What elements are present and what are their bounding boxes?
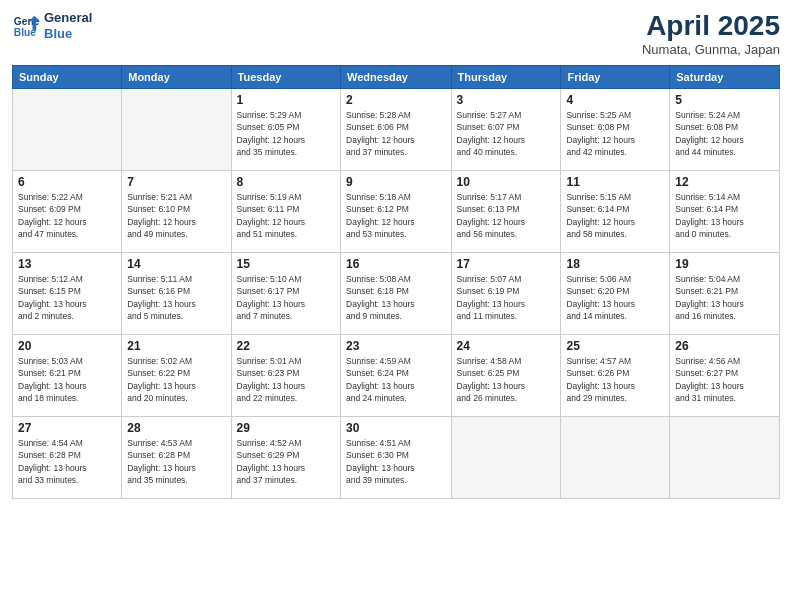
day-number: 5 bbox=[675, 93, 774, 107]
logo: General Blue General Blue bbox=[12, 10, 92, 41]
day-number: 22 bbox=[237, 339, 335, 353]
calendar-cell: 4Sunrise: 5:25 AM Sunset: 6:08 PM Daylig… bbox=[561, 89, 670, 171]
calendar-body: 1Sunrise: 5:29 AM Sunset: 6:05 PM Daylig… bbox=[13, 89, 780, 499]
calendar-cell: 7Sunrise: 5:21 AM Sunset: 6:10 PM Daylig… bbox=[122, 171, 231, 253]
weekday-header: Thursday bbox=[451, 66, 561, 89]
day-info: Sunrise: 5:02 AM Sunset: 6:22 PM Dayligh… bbox=[127, 355, 225, 404]
day-number: 21 bbox=[127, 339, 225, 353]
day-info: Sunrise: 5:22 AM Sunset: 6:09 PM Dayligh… bbox=[18, 191, 116, 240]
day-number: 1 bbox=[237, 93, 335, 107]
calendar-cell: 27Sunrise: 4:54 AM Sunset: 6:28 PM Dayli… bbox=[13, 417, 122, 499]
calendar-cell bbox=[13, 89, 122, 171]
weekday-header: Friday bbox=[561, 66, 670, 89]
calendar-cell: 10Sunrise: 5:17 AM Sunset: 6:13 PM Dayli… bbox=[451, 171, 561, 253]
calendar-cell: 18Sunrise: 5:06 AM Sunset: 6:20 PM Dayli… bbox=[561, 253, 670, 335]
day-number: 4 bbox=[566, 93, 664, 107]
day-info: Sunrise: 5:10 AM Sunset: 6:17 PM Dayligh… bbox=[237, 273, 335, 322]
day-number: 27 bbox=[18, 421, 116, 435]
calendar-cell: 21Sunrise: 5:02 AM Sunset: 6:22 PM Dayli… bbox=[122, 335, 231, 417]
day-info: Sunrise: 5:18 AM Sunset: 6:12 PM Dayligh… bbox=[346, 191, 446, 240]
calendar-cell bbox=[122, 89, 231, 171]
day-number: 25 bbox=[566, 339, 664, 353]
day-info: Sunrise: 4:51 AM Sunset: 6:30 PM Dayligh… bbox=[346, 437, 446, 486]
day-info: Sunrise: 5:01 AM Sunset: 6:23 PM Dayligh… bbox=[237, 355, 335, 404]
day-number: 24 bbox=[457, 339, 556, 353]
day-info: Sunrise: 5:27 AM Sunset: 6:07 PM Dayligh… bbox=[457, 109, 556, 158]
day-number: 3 bbox=[457, 93, 556, 107]
day-info: Sunrise: 4:54 AM Sunset: 6:28 PM Dayligh… bbox=[18, 437, 116, 486]
day-info: Sunrise: 5:15 AM Sunset: 6:14 PM Dayligh… bbox=[566, 191, 664, 240]
day-info: Sunrise: 5:04 AM Sunset: 6:21 PM Dayligh… bbox=[675, 273, 774, 322]
day-info: Sunrise: 5:25 AM Sunset: 6:08 PM Dayligh… bbox=[566, 109, 664, 158]
calendar-week-row: 6Sunrise: 5:22 AM Sunset: 6:09 PM Daylig… bbox=[13, 171, 780, 253]
day-info: Sunrise: 5:14 AM Sunset: 6:14 PM Dayligh… bbox=[675, 191, 774, 240]
day-info: Sunrise: 5:28 AM Sunset: 6:06 PM Dayligh… bbox=[346, 109, 446, 158]
day-number: 17 bbox=[457, 257, 556, 271]
calendar-cell: 15Sunrise: 5:10 AM Sunset: 6:17 PM Dayli… bbox=[231, 253, 340, 335]
calendar-cell bbox=[670, 417, 780, 499]
day-info: Sunrise: 4:53 AM Sunset: 6:28 PM Dayligh… bbox=[127, 437, 225, 486]
day-info: Sunrise: 4:56 AM Sunset: 6:27 PM Dayligh… bbox=[675, 355, 774, 404]
calendar-cell: 5Sunrise: 5:24 AM Sunset: 6:08 PM Daylig… bbox=[670, 89, 780, 171]
weekday-header: Saturday bbox=[670, 66, 780, 89]
calendar-cell: 16Sunrise: 5:08 AM Sunset: 6:18 PM Dayli… bbox=[341, 253, 452, 335]
page-header: General Blue General Blue April 2025 Num… bbox=[12, 10, 780, 57]
month-title: April 2025 bbox=[642, 10, 780, 42]
day-info: Sunrise: 5:21 AM Sunset: 6:10 PM Dayligh… bbox=[127, 191, 225, 240]
weekday-header: Wednesday bbox=[341, 66, 452, 89]
calendar-cell bbox=[451, 417, 561, 499]
calendar: SundayMondayTuesdayWednesdayThursdayFrid… bbox=[12, 65, 780, 499]
day-info: Sunrise: 4:52 AM Sunset: 6:29 PM Dayligh… bbox=[237, 437, 335, 486]
day-info: Sunrise: 5:08 AM Sunset: 6:18 PM Dayligh… bbox=[346, 273, 446, 322]
calendar-cell: 13Sunrise: 5:12 AM Sunset: 6:15 PM Dayli… bbox=[13, 253, 122, 335]
day-number: 12 bbox=[675, 175, 774, 189]
day-info: Sunrise: 5:07 AM Sunset: 6:19 PM Dayligh… bbox=[457, 273, 556, 322]
calendar-week-row: 1Sunrise: 5:29 AM Sunset: 6:05 PM Daylig… bbox=[13, 89, 780, 171]
day-number: 20 bbox=[18, 339, 116, 353]
weekday-header: Tuesday bbox=[231, 66, 340, 89]
day-number: 15 bbox=[237, 257, 335, 271]
day-info: Sunrise: 5:24 AM Sunset: 6:08 PM Dayligh… bbox=[675, 109, 774, 158]
day-info: Sunrise: 5:12 AM Sunset: 6:15 PM Dayligh… bbox=[18, 273, 116, 322]
day-number: 10 bbox=[457, 175, 556, 189]
day-info: Sunrise: 4:58 AM Sunset: 6:25 PM Dayligh… bbox=[457, 355, 556, 404]
title-block: April 2025 Numata, Gunma, Japan bbox=[642, 10, 780, 57]
calendar-cell: 28Sunrise: 4:53 AM Sunset: 6:28 PM Dayli… bbox=[122, 417, 231, 499]
day-number: 9 bbox=[346, 175, 446, 189]
calendar-cell: 8Sunrise: 5:19 AM Sunset: 6:11 PM Daylig… bbox=[231, 171, 340, 253]
weekday-header: Sunday bbox=[13, 66, 122, 89]
day-number: 14 bbox=[127, 257, 225, 271]
day-info: Sunrise: 5:11 AM Sunset: 6:16 PM Dayligh… bbox=[127, 273, 225, 322]
calendar-cell: 26Sunrise: 4:56 AM Sunset: 6:27 PM Dayli… bbox=[670, 335, 780, 417]
day-number: 16 bbox=[346, 257, 446, 271]
day-info: Sunrise: 4:59 AM Sunset: 6:24 PM Dayligh… bbox=[346, 355, 446, 404]
day-info: Sunrise: 5:03 AM Sunset: 6:21 PM Dayligh… bbox=[18, 355, 116, 404]
day-number: 18 bbox=[566, 257, 664, 271]
location: Numata, Gunma, Japan bbox=[642, 42, 780, 57]
calendar-cell: 1Sunrise: 5:29 AM Sunset: 6:05 PM Daylig… bbox=[231, 89, 340, 171]
calendar-cell: 23Sunrise: 4:59 AM Sunset: 6:24 PM Dayli… bbox=[341, 335, 452, 417]
day-number: 8 bbox=[237, 175, 335, 189]
day-number: 28 bbox=[127, 421, 225, 435]
day-info: Sunrise: 5:29 AM Sunset: 6:05 PM Dayligh… bbox=[237, 109, 335, 158]
calendar-cell: 25Sunrise: 4:57 AM Sunset: 6:26 PM Dayli… bbox=[561, 335, 670, 417]
day-number: 6 bbox=[18, 175, 116, 189]
day-number: 13 bbox=[18, 257, 116, 271]
day-info: Sunrise: 5:17 AM Sunset: 6:13 PM Dayligh… bbox=[457, 191, 556, 240]
day-number: 7 bbox=[127, 175, 225, 189]
day-number: 26 bbox=[675, 339, 774, 353]
day-info: Sunrise: 4:57 AM Sunset: 6:26 PM Dayligh… bbox=[566, 355, 664, 404]
calendar-cell: 2Sunrise: 5:28 AM Sunset: 6:06 PM Daylig… bbox=[341, 89, 452, 171]
calendar-header-row: SundayMondayTuesdayWednesdayThursdayFrid… bbox=[13, 66, 780, 89]
calendar-cell: 30Sunrise: 4:51 AM Sunset: 6:30 PM Dayli… bbox=[341, 417, 452, 499]
day-info: Sunrise: 5:06 AM Sunset: 6:20 PM Dayligh… bbox=[566, 273, 664, 322]
day-number: 19 bbox=[675, 257, 774, 271]
day-number: 30 bbox=[346, 421, 446, 435]
calendar-cell bbox=[561, 417, 670, 499]
day-number: 2 bbox=[346, 93, 446, 107]
calendar-cell: 24Sunrise: 4:58 AM Sunset: 6:25 PM Dayli… bbox=[451, 335, 561, 417]
calendar-cell: 17Sunrise: 5:07 AM Sunset: 6:19 PM Dayli… bbox=[451, 253, 561, 335]
day-number: 23 bbox=[346, 339, 446, 353]
calendar-cell: 29Sunrise: 4:52 AM Sunset: 6:29 PM Dayli… bbox=[231, 417, 340, 499]
calendar-cell: 3Sunrise: 5:27 AM Sunset: 6:07 PM Daylig… bbox=[451, 89, 561, 171]
